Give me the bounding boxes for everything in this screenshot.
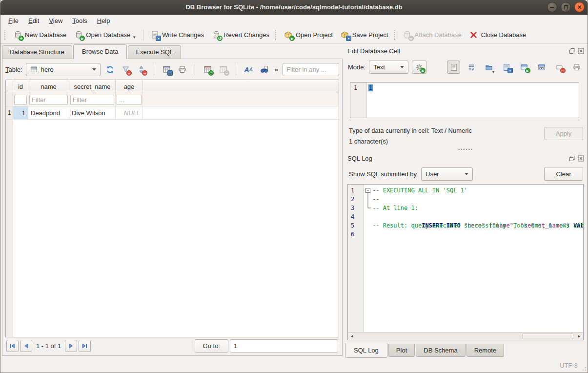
dock-tab-sql-log[interactable]: SQL Log [345, 343, 387, 358]
splitter-handle[interactable]: •••••• [344, 147, 588, 151]
tab-database-structure[interactable]: Database Structure [2, 45, 72, 59]
tab-browse-data[interactable]: Browse Data [73, 44, 127, 59]
close-database-button[interactable]: Close Database [466, 29, 530, 41]
sql-log-editor[interactable]: 1 2 3 4 5 6 - [347, 184, 584, 340]
main-toolbar: + New Database ▸ Open Database ▼ ▪ Write… [0, 26, 588, 44]
toolbar-grip[interactable] [394, 30, 397, 40]
new-database-button[interactable]: + New Database [9, 29, 70, 41]
column-header-secret-name[interactable]: secret_name [69, 80, 116, 93]
scroll-track[interactable] [356, 332, 575, 340]
new-record-button[interactable]: + ▼ [202, 63, 214, 76]
import-data-button[interactable]: ▪ [500, 61, 513, 74]
code-token: -- EXECUTING ALL IN 'SQL 1' [372, 187, 467, 194]
clear-filters-button[interactable]: − [120, 63, 132, 76]
goto-button[interactable]: Go to: [195, 339, 228, 352]
line-number: 5 [351, 221, 364, 230]
menu-view[interactable]: View [44, 16, 67, 26]
filter-input-secret-name[interactable] [70, 95, 114, 105]
copy-link-button[interactable] [535, 61, 548, 74]
scroll-left-arrow[interactable]: ◀ [348, 332, 356, 340]
global-filter-input[interactable] [283, 63, 339, 76]
grid-header: id name secret_name age [6, 80, 339, 93]
open-project-button[interactable]: ▸ Open Project [280, 29, 337, 41]
dock-close-button[interactable] [577, 47, 585, 55]
fold-margin[interactable] [365, 186, 372, 332]
line-number: 1 [351, 186, 364, 195]
table-select[interactable]: hero [26, 63, 101, 76]
row-header[interactable]: 1 [6, 106, 13, 119]
chevron-down-icon: ▼ [132, 35, 136, 40]
nav-next-button[interactable] [65, 340, 77, 352]
open-file-button[interactable]: ▼ [482, 61, 495, 74]
menu-file[interactable]: File [3, 16, 23, 26]
menu-help[interactable]: Help [92, 16, 115, 26]
export-data-button[interactable]: ▸ [517, 61, 530, 74]
dock-close-button[interactable] [577, 155, 585, 162]
filter-input-name[interactable] [29, 95, 68, 105]
minimize-button[interactable] [547, 2, 557, 12]
left-panel: Database Structure Browse Data Execute S… [0, 44, 344, 359]
resize-grip[interactable] [581, 366, 587, 372]
export-table-button[interactable]: ▪ ▼ [161, 63, 173, 76]
titlebar[interactable]: DB Browser for SQLite - /home/user/code/… [0, 0, 588, 15]
sql-source-select[interactable]: User [421, 167, 473, 181]
filter-input-age[interactable] [117, 95, 142, 105]
set-null-button[interactable]: − [552, 61, 566, 74]
menu-edit[interactable]: Edit [23, 16, 44, 26]
format-font-button[interactable]: AA [243, 63, 255, 76]
set-null-icon: − [555, 63, 564, 72]
mode-auto-button[interactable]: ▸ [412, 61, 426, 74]
save-project-button[interactable]: ▪ Save Project [337, 29, 392, 41]
open-database-button[interactable]: ▸ Open Database ▼ [70, 29, 140, 41]
dock-float-button[interactable] [568, 155, 576, 162]
column-header-id[interactable]: id [13, 80, 28, 93]
scroll-right-arrow[interactable]: ▶ [575, 332, 583, 340]
goto-input[interactable] [230, 339, 338, 352]
dock-tab-plot[interactable]: Plot [388, 344, 415, 357]
find-replace-button[interactable] [258, 63, 270, 76]
refresh-button[interactable] [104, 63, 116, 76]
toolbar-grip[interactable] [275, 30, 278, 40]
nav-last-button[interactable] [79, 340, 91, 352]
refresh-icon [105, 65, 114, 74]
cell-id[interactable]: 1 [13, 106, 28, 119]
dock-float-button[interactable] [568, 47, 576, 55]
printer-icon [178, 65, 186, 74]
tab-execute-sql[interactable]: Execute SQL [128, 45, 181, 59]
column-header-name[interactable]: name [28, 80, 69, 93]
h-scrollbar[interactable]: ◀ ▶ [348, 332, 583, 340]
print-button[interactable] [176, 63, 188, 76]
clear-sorting-button[interactable]: − [135, 63, 147, 76]
toolbar-overflow-chevron[interactable]: » [274, 66, 279, 73]
toolbar-grip[interactable] [4, 30, 7, 40]
nav-prev-button[interactable] [20, 340, 32, 352]
write-changes-button[interactable]: ▪ Write Changes [146, 29, 208, 41]
column-header-age[interactable]: age [116, 80, 143, 93]
text-mode-button[interactable] [447, 61, 460, 74]
next-page-icon [68, 343, 74, 349]
dock-tab-db-schema[interactable]: DB Schema [416, 344, 465, 357]
corner-header[interactable] [6, 80, 13, 93]
nav-first-button[interactable] [6, 340, 19, 352]
mode-select[interactable]: Text [369, 61, 408, 74]
scroll-thumb[interactable] [523, 333, 573, 339]
cell-content[interactable]: 1 [367, 83, 374, 118]
code-token: -- At line 1: [372, 205, 418, 211]
close-button[interactable]: ✕ [574, 2, 585, 12]
app-window: DB Browser for SQLite - /home/user/code/… [0, 0, 588, 373]
dock-tab-remote[interactable]: Remote [466, 344, 505, 357]
menu-tools[interactable]: Tools [67, 16, 92, 26]
word-wrap-button[interactable] [465, 61, 478, 74]
print-cell-button[interactable] [570, 61, 583, 74]
cell-secret-name[interactable]: Dive Wilson [69, 106, 116, 119]
clear-button[interactable]: Clear [544, 167, 583, 181]
apply-button: Apply [544, 127, 583, 140]
maximize-button[interactable] [561, 2, 571, 12]
revert-changes-button[interactable]: ↺ Revert Changes [208, 29, 273, 41]
cell-name[interactable]: Deadpond [28, 106, 69, 119]
gear-icon: ▸ [415, 63, 424, 72]
filter-input-id[interactable] [14, 95, 27, 105]
cell-editor[interactable]: 1 1 [350, 82, 579, 118]
cell-age[interactable]: NULL [116, 106, 143, 119]
database-write-icon: ▪ [150, 31, 159, 40]
